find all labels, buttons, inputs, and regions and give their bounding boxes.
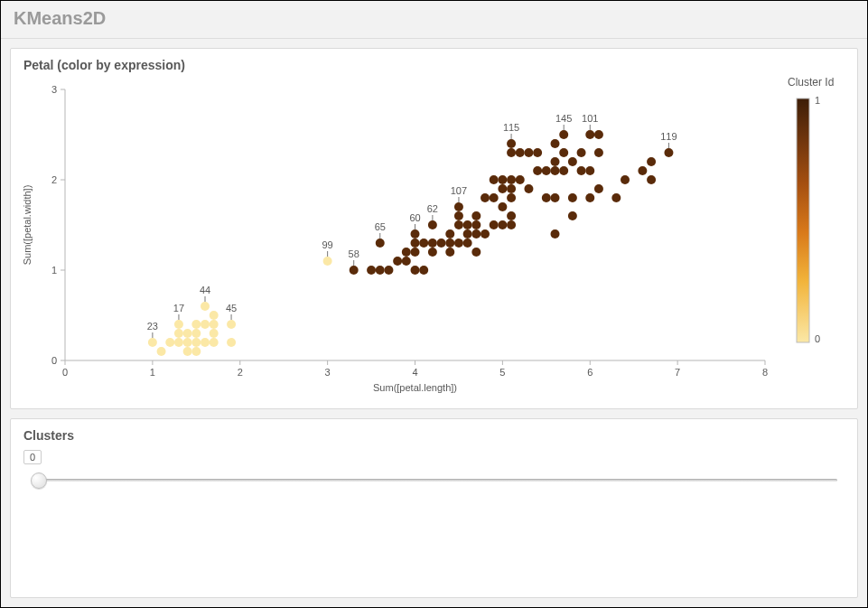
data-point[interactable] <box>490 175 499 184</box>
data-point[interactable] <box>551 157 560 166</box>
data-point[interactable] <box>463 239 472 248</box>
data-point[interactable] <box>411 229 420 239</box>
data-point[interactable] <box>201 302 210 311</box>
data-point[interactable] <box>411 239 420 248</box>
data-point[interactable] <box>542 166 551 175</box>
data-point[interactable] <box>148 338 157 347</box>
data-point[interactable] <box>585 130 594 139</box>
data-point[interactable] <box>559 130 568 139</box>
data-point[interactable] <box>551 193 560 202</box>
data-point[interactable] <box>428 239 437 248</box>
data-point[interactable] <box>471 211 481 220</box>
data-point[interactable] <box>507 211 516 220</box>
data-point[interactable] <box>516 148 525 157</box>
data-point[interactable] <box>611 193 621 202</box>
data-point[interactable] <box>411 248 420 257</box>
data-point[interactable] <box>454 202 463 211</box>
data-point[interactable] <box>664 148 673 157</box>
data-point[interactable] <box>577 148 586 157</box>
data-point[interactable] <box>585 166 594 175</box>
data-point[interactable] <box>445 229 454 239</box>
data-point[interactable] <box>227 338 236 347</box>
data-point[interactable] <box>165 338 174 347</box>
data-point[interactable] <box>621 175 630 184</box>
data-point[interactable] <box>402 248 411 257</box>
data-point[interactable] <box>498 202 507 211</box>
data-point[interactable] <box>594 184 603 193</box>
data-point[interactable] <box>490 220 499 229</box>
data-point[interactable] <box>647 175 656 184</box>
data-point[interactable] <box>191 338 201 347</box>
data-point[interactable] <box>411 266 420 275</box>
data-point[interactable] <box>507 148 516 157</box>
data-point[interactable] <box>647 157 656 166</box>
data-point[interactable] <box>542 193 551 202</box>
data-point[interactable] <box>428 220 437 229</box>
data-point[interactable] <box>507 184 516 193</box>
data-point[interactable] <box>577 166 586 175</box>
data-point[interactable] <box>191 347 201 356</box>
data-point[interactable] <box>201 320 210 329</box>
data-point[interactable] <box>507 139 516 148</box>
data-point[interactable] <box>471 220 481 229</box>
data-point[interactable] <box>454 211 463 220</box>
data-point[interactable] <box>638 166 647 175</box>
data-point[interactable] <box>323 257 332 266</box>
data-point[interactable] <box>376 239 385 248</box>
chart-panel[interactable]: Petal (color by expression) 012345678012… <box>10 48 858 409</box>
slider-knob[interactable] <box>31 472 47 489</box>
data-point[interactable] <box>183 329 192 338</box>
data-point[interactable] <box>191 329 201 338</box>
data-point[interactable] <box>481 229 490 239</box>
data-point[interactable] <box>445 239 454 248</box>
data-point[interactable] <box>463 220 472 229</box>
data-point[interactable] <box>585 193 594 202</box>
data-point[interactable] <box>498 175 507 184</box>
data-point[interactable] <box>191 320 201 329</box>
data-point[interactable] <box>524 148 533 157</box>
data-point[interactable] <box>463 229 472 239</box>
data-point[interactable] <box>445 248 454 257</box>
data-point[interactable] <box>157 347 166 356</box>
data-point[interactable] <box>210 338 219 347</box>
data-point[interactable] <box>393 257 402 266</box>
data-point[interactable] <box>551 166 560 175</box>
data-point[interactable] <box>481 193 490 202</box>
data-point[interactable] <box>533 148 542 157</box>
data-point[interactable] <box>507 220 516 229</box>
data-point[interactable] <box>174 320 183 329</box>
data-point[interactable] <box>507 193 516 202</box>
data-point[interactable] <box>498 184 507 193</box>
data-point[interactable] <box>568 211 577 220</box>
data-point[interactable] <box>490 193 499 202</box>
data-point[interactable] <box>428 248 437 257</box>
data-point[interactable] <box>402 257 411 266</box>
data-point[interactable] <box>210 320 219 329</box>
data-point[interactable] <box>210 311 219 320</box>
data-point[interactable] <box>350 266 359 275</box>
data-point[interactable] <box>516 175 525 184</box>
data-point[interactable] <box>183 347 192 356</box>
data-point[interactable] <box>594 130 603 139</box>
data-point[interactable] <box>533 166 542 175</box>
data-point[interactable] <box>498 220 507 229</box>
data-point[interactable] <box>551 229 560 239</box>
data-point[interactable] <box>367 266 376 275</box>
data-point[interactable] <box>174 329 183 338</box>
data-point[interactable] <box>201 338 210 347</box>
data-point[interactable] <box>227 320 236 329</box>
data-point[interactable] <box>524 184 533 193</box>
data-point[interactable] <box>419 239 428 248</box>
data-point[interactable] <box>568 157 577 166</box>
data-point[interactable] <box>471 248 481 257</box>
scatter-plot[interactable]: 0123456780123Sum([petal.length])Sum([pet… <box>11 49 855 399</box>
clusters-slider[interactable] <box>27 468 841 491</box>
data-point[interactable] <box>183 338 192 347</box>
data-point[interactable] <box>559 166 568 175</box>
data-point[interactable] <box>559 148 568 157</box>
data-point[interactable] <box>507 175 516 184</box>
data-point[interactable] <box>419 266 428 275</box>
data-point[interactable] <box>437 239 446 248</box>
data-point[interactable] <box>551 139 560 148</box>
data-point[interactable] <box>471 229 481 239</box>
